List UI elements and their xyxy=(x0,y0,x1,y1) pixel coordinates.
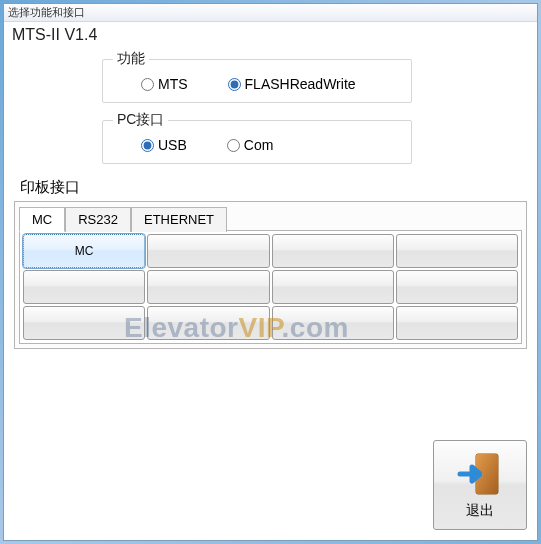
function-radio-row: MTS FLASHReadWrite xyxy=(113,76,401,92)
exit-button[interactable]: 退出 xyxy=(433,440,527,530)
button-grid: MC xyxy=(20,231,521,343)
tab-rs232[interactable]: RS232 xyxy=(65,207,131,232)
exit-button-label: 退出 xyxy=(466,502,494,520)
exit-icon xyxy=(456,450,504,498)
tab-mc[interactable]: MC xyxy=(19,207,65,232)
tab-content: MC xyxy=(19,230,522,344)
tab-strip: MC RS232 ETHERNET xyxy=(19,207,522,232)
client-area: MTS-II V1.4 功能 MTS FLASHReadWrite PC接口 U… xyxy=(4,22,537,540)
tab-ethernet[interactable]: ETHERNET xyxy=(131,207,227,232)
function-legend: 功能 xyxy=(113,50,149,68)
grid-cell-7[interactable] xyxy=(396,270,518,304)
grid-cell-9[interactable] xyxy=(147,306,269,340)
radio-mts-input[interactable] xyxy=(141,78,154,91)
pcport-radio-row: USB Com xyxy=(113,137,401,153)
radio-com-label: Com xyxy=(244,137,274,153)
radio-usb-label: USB xyxy=(158,137,187,153)
board-interface-label: 印板接口 xyxy=(20,178,529,197)
radio-flash[interactable]: FLASHReadWrite xyxy=(228,76,356,92)
radio-mts-label: MTS xyxy=(158,76,188,92)
grid-cell-4[interactable] xyxy=(23,270,145,304)
grid-cell-0[interactable]: MC xyxy=(23,234,145,268)
tabs-area: MC RS232 ETHERNET MC xyxy=(14,201,527,349)
grid-cell-6[interactable] xyxy=(272,270,394,304)
function-group: 功能 MTS FLASHReadWrite xyxy=(102,50,412,103)
radio-flash-label: FLASHReadWrite xyxy=(245,76,356,92)
grid-cell-8[interactable] xyxy=(23,306,145,340)
version-label: MTS-II V1.4 xyxy=(12,26,529,44)
grid-cell-2[interactable] xyxy=(272,234,394,268)
pcport-legend: PC接口 xyxy=(113,111,168,129)
dialog-window: 选择功能和接口 MTS-II V1.4 功能 MTS FLASHReadWrit… xyxy=(3,3,538,541)
radio-com-input[interactable] xyxy=(227,139,240,152)
titlebar: 选择功能和接口 xyxy=(4,4,537,22)
grid-cell-1[interactable] xyxy=(147,234,269,268)
pcport-group: PC接口 USB Com xyxy=(102,111,412,164)
radio-usb-input[interactable] xyxy=(141,139,154,152)
radio-mts[interactable]: MTS xyxy=(141,76,188,92)
radio-flash-input[interactable] xyxy=(228,78,241,91)
window-title: 选择功能和接口 xyxy=(8,6,85,18)
radio-com[interactable]: Com xyxy=(227,137,274,153)
grid-cell-10[interactable] xyxy=(272,306,394,340)
grid-cell-11[interactable] xyxy=(396,306,518,340)
grid-cell-3[interactable] xyxy=(396,234,518,268)
radio-usb[interactable]: USB xyxy=(141,137,187,153)
grid-cell-5[interactable] xyxy=(147,270,269,304)
